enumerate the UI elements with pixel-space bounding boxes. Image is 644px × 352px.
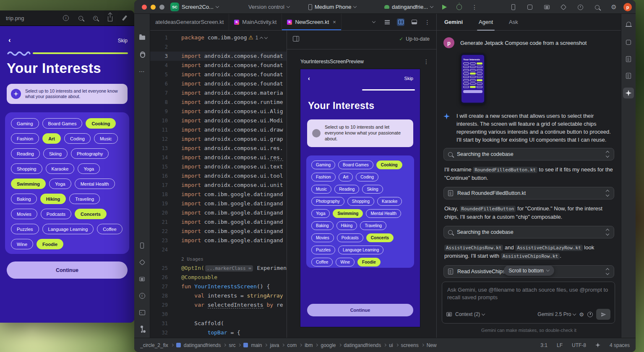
version-control-tool-icon[interactable] [137, 324, 148, 335]
editor-tab[interactable]: ateIdeasGeneratorScreen.kt [150, 14, 229, 30]
build-variants-icon[interactable] [137, 257, 148, 268]
expand-collapse-icon[interactable] [605, 229, 610, 235]
todo-list-icon[interactable] [542, 3, 551, 11]
interest-chip[interactable]: Language Learning [42, 224, 94, 234]
interest-chip[interactable]: Coding [64, 133, 91, 144]
attach-context-icon[interactable] [446, 312, 452, 316]
interest-chip[interactable]: Wine [11, 239, 33, 249]
interest-chip[interactable]: Art [42, 133, 61, 144]
design-view-icon[interactable] [410, 18, 418, 26]
expand-collapse-icon[interactable] [605, 269, 610, 274]
interest-chip[interactable]: Concerts [75, 209, 107, 219]
sync-project-icon[interactable] [576, 3, 584, 11]
breadcrumb-item[interactable]: ui [389, 342, 393, 348]
interest-chip[interactable]: Fashion [11, 133, 39, 144]
interest-chip[interactable]: Swimming [11, 179, 46, 189]
interest-chip[interactable]: Wine [336, 258, 355, 267]
interest-chip[interactable]: Photography [71, 148, 109, 159]
interest-chip[interactable]: Board Games [338, 160, 373, 169]
notifications-icon[interactable] [623, 19, 634, 30]
interest-chip[interactable]: Photography [311, 197, 344, 206]
expand-collapse-icon[interactable] [605, 190, 610, 196]
line-separator[interactable]: LF [557, 342, 563, 348]
search-everywhere-icon[interactable] [593, 3, 601, 11]
send-button[interactable] [596, 309, 610, 320]
breadcrumb-item[interactable]: main [251, 342, 262, 348]
app-inspection-icon[interactable] [623, 70, 634, 81]
version-control-widget[interactable]: Version control [248, 0, 289, 14]
interest-chip[interactable]: Podcasts [41, 209, 71, 219]
interest-chip[interactable]: Yoga [311, 209, 330, 218]
next-problem-icon[interactable] [264, 35, 268, 39]
interest-chip[interactable]: Movies [11, 209, 37, 219]
preview-options-icon[interactable]: ⋮ [423, 58, 430, 65]
interest-chip[interactable]: Foodie [37, 239, 63, 249]
breadcrumb-item[interactable]: datingandfriends [184, 342, 221, 348]
history-icon[interactable] [587, 312, 593, 317]
device-mirroring-icon[interactable] [509, 3, 517, 11]
project-widget[interactable]: SC Screen2Co... [170, 0, 219, 14]
user-avatar[interactable]: p [623, 3, 632, 11]
device-explorer-icon[interactable] [623, 37, 634, 48]
tab-agent[interactable]: Agent [479, 14, 493, 31]
close-tab-icon[interactable]: × [333, 19, 336, 25]
interest-chip[interactable]: Hiking [336, 221, 357, 230]
interest-chip[interactable]: Karaoke [377, 197, 402, 206]
interest-chip[interactable]: Puzzles [311, 246, 335, 254]
breadcrumb-item[interactable]: src [229, 342, 235, 348]
interest-chip[interactable]: Cooking [86, 118, 116, 129]
interest-chip[interactable]: Podcasts [337, 233, 363, 242]
markup-icon[interactable] [121, 14, 128, 22]
inspections-widget[interactable]: ⚠ 1 [247, 34, 269, 41]
breadcrumb-item[interactable]: ibm [305, 342, 313, 348]
more-run-options-button[interactable]: ⋮ [472, 0, 478, 14]
interest-chip[interactable]: Art [339, 173, 353, 181]
interest-chip[interactable]: Baking [311, 221, 334, 230]
settings-icon[interactable]: ⚙ [610, 3, 618, 11]
interest-chip[interactable]: Reading [334, 185, 359, 194]
interest-chip[interactable]: Traveling [360, 221, 386, 230]
zoom-out-icon[interactable]: - [77, 14, 84, 22]
breadcrumb-item[interactable]: screens [401, 342, 419, 348]
interest-chip[interactable]: Hiking [40, 194, 66, 204]
interest-chip[interactable]: Music [94, 133, 118, 144]
share-icon[interactable] [106, 14, 114, 22]
interest-chip[interactable]: Puzzles [11, 224, 39, 234]
run-configuration-selector[interactable]: datingandfrie... [384, 0, 433, 14]
breadcrumb-item[interactable]: com [287, 342, 297, 348]
interest-chip[interactable]: Traveling [69, 194, 100, 204]
close-window-button[interactable] [142, 5, 147, 10]
file-encoding[interactable]: UTF-8 [572, 342, 586, 348]
interest-chip[interactable]: Concerts [366, 233, 394, 242]
interest-chip[interactable]: Yoga [78, 163, 100, 174]
tab-ask[interactable]: Ask [509, 14, 518, 31]
prompt-attachment-thumbnail[interactable]: Your Interests [460, 53, 485, 104]
indent-setting[interactable]: 4 spaces [610, 342, 630, 348]
device-selector[interactable]: Medium Phone [308, 0, 356, 14]
interest-chip[interactable]: Coffee [97, 224, 122, 234]
minimize-window-button[interactable] [151, 5, 156, 10]
interest-chip[interactable]: Gaming [311, 160, 335, 169]
interest-chip[interactable]: Mental Health [75, 179, 115, 189]
logcat-icon[interactable] [623, 54, 634, 65]
terminal-icon[interactable]: >_ [137, 307, 148, 318]
caret-position[interactable]: 3:1 [540, 342, 548, 348]
gemini-tool-icon[interactable] [623, 88, 634, 98]
interest-chip[interactable]: Mental Health [366, 209, 401, 218]
zoom-in-icon[interactable]: + [91, 14, 99, 22]
running-devices-icon[interactable] [137, 240, 148, 251]
code-editor[interactable]: 1package com.ibm.googl23import androidx.… [150, 31, 287, 338]
hidden-tabs-chevron-icon[interactable] [370, 18, 378, 26]
interest-chip[interactable]: Reading [11, 148, 40, 159]
code-with-me-icon[interactable] [526, 3, 534, 11]
editor-tab[interactable]: KNewScreen.kt× [282, 14, 342, 30]
interest-chip[interactable]: Coffee [311, 258, 333, 267]
interest-chip[interactable]: Movies [311, 233, 334, 242]
tool-call-box[interactable]: Searching the codebase [443, 226, 614, 238]
interest-chip[interactable]: Music [311, 185, 331, 194]
build-icon[interactable] [559, 3, 568, 11]
interest-chip[interactable]: Shopping [11, 163, 42, 174]
gemini-status-icon[interactable] [595, 343, 600, 348]
interest-chip[interactable]: Language Learning [338, 246, 383, 254]
interest-chip[interactable]: Gaming [11, 118, 39, 129]
